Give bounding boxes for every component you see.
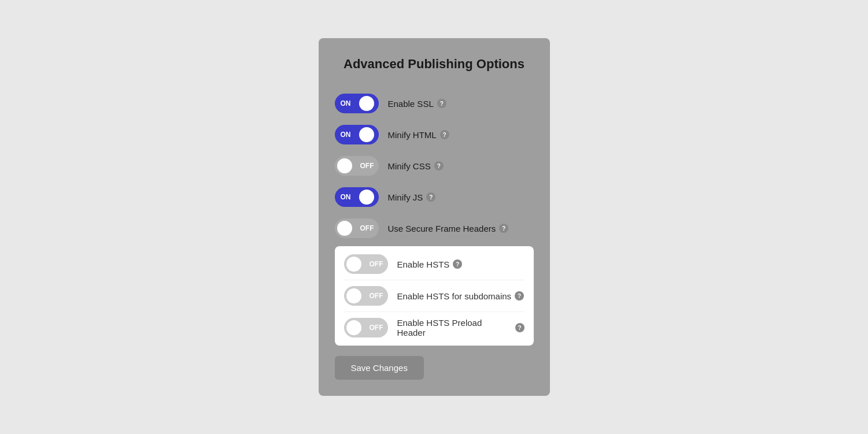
toggle-row-enable-ssl: ON Enable SSL ? bbox=[335, 88, 534, 119]
toggle-knob bbox=[346, 257, 361, 272]
toggle-secure-frame-headers[interactable]: OFF bbox=[335, 218, 379, 238]
help-icon-minify-css[interactable]: ? bbox=[434, 161, 444, 170]
toggle-minify-css[interactable]: OFF bbox=[335, 156, 379, 176]
toggle-row-secure-frame-headers: OFF Use Secure Frame Headers ? bbox=[335, 213, 534, 244]
toggle-row-minify-css: OFF Minify CSS ? bbox=[335, 150, 534, 181]
toggle-row-enable-hsts: OFF Enable HSTS ? bbox=[344, 248, 525, 280]
toggle-row-hsts-preload: OFF Enable HSTS Preload Header ? bbox=[344, 312, 525, 343]
help-icon-minify-html[interactable]: ? bbox=[440, 130, 449, 139]
toggle-state-label: OFF bbox=[360, 162, 374, 170]
main-toggles-section: ON Enable SSL ? ON Minify HTML ? OFF bbox=[335, 88, 534, 244]
save-changes-button[interactable]: Save Changes bbox=[335, 356, 424, 380]
toggle-state-label: ON bbox=[341, 99, 351, 107]
toggle-state-label: OFF bbox=[370, 292, 383, 300]
toggle-knob bbox=[359, 190, 374, 205]
toggle-state-label: OFF bbox=[370, 260, 383, 268]
toggle-knob bbox=[359, 127, 374, 142]
toggle-knob bbox=[337, 221, 352, 236]
toggle-row-hsts-subdomains: OFF Enable HSTS for subdomains ? bbox=[344, 280, 525, 312]
toggle-label-hsts-subdomains: Enable HSTS for subdomains ? bbox=[397, 291, 525, 301]
toggle-enable-hsts[interactable]: OFF bbox=[344, 254, 388, 274]
toggle-row-minify-html: ON Minify HTML ? bbox=[335, 119, 534, 150]
toggle-label-enable-ssl: Enable SSL ? bbox=[388, 99, 446, 109]
toggle-hsts-preload[interactable]: OFF bbox=[344, 318, 388, 337]
toggle-label-hsts-preload: Enable HSTS Preload Header ? bbox=[397, 318, 525, 337]
toggle-label-secure-frame-headers: Use Secure Frame Headers ? bbox=[388, 224, 509, 233]
toggle-state-label: ON bbox=[341, 193, 351, 201]
toggle-enable-ssl[interactable]: ON bbox=[335, 94, 379, 113]
toggle-label-minify-html: Minify HTML ? bbox=[388, 130, 449, 140]
advanced-publishing-panel: Advanced Publishing Options ON Enable SS… bbox=[319, 38, 550, 396]
toggle-state-label: OFF bbox=[360, 224, 374, 232]
toggle-knob bbox=[337, 158, 352, 173]
toggle-label-minify-css: Minify CSS ? bbox=[388, 161, 444, 171]
toggle-knob bbox=[346, 320, 361, 335]
toggle-label-enable-hsts: Enable HSTS ? bbox=[397, 259, 463, 269]
toggle-knob bbox=[359, 96, 374, 111]
panel-title: Advanced Publishing Options bbox=[335, 57, 534, 72]
help-icon-secure-frame-headers[interactable]: ? bbox=[499, 224, 508, 233]
help-icon-minify-js[interactable]: ? bbox=[426, 192, 435, 202]
toggle-label-minify-js: Minify JS ? bbox=[388, 192, 436, 202]
help-icon-enable-hsts[interactable]: ? bbox=[453, 259, 462, 269]
toggle-minify-js[interactable]: ON bbox=[335, 187, 379, 207]
hsts-card: OFF Enable HSTS ? OFF Enable HSTS for su… bbox=[335, 246, 534, 346]
help-icon-hsts-preload[interactable]: ? bbox=[515, 323, 525, 332]
toggle-state-label: ON bbox=[341, 131, 351, 139]
help-icon-enable-ssl[interactable]: ? bbox=[437, 99, 446, 108]
toggle-hsts-subdomains[interactable]: OFF bbox=[344, 286, 388, 306]
toggle-knob bbox=[346, 288, 361, 303]
toggle-row-minify-js: ON Minify JS ? bbox=[335, 181, 534, 213]
help-icon-hsts-subdomains[interactable]: ? bbox=[515, 291, 524, 301]
toggle-minify-html[interactable]: ON bbox=[335, 125, 379, 144]
toggle-state-label: OFF bbox=[370, 324, 383, 332]
